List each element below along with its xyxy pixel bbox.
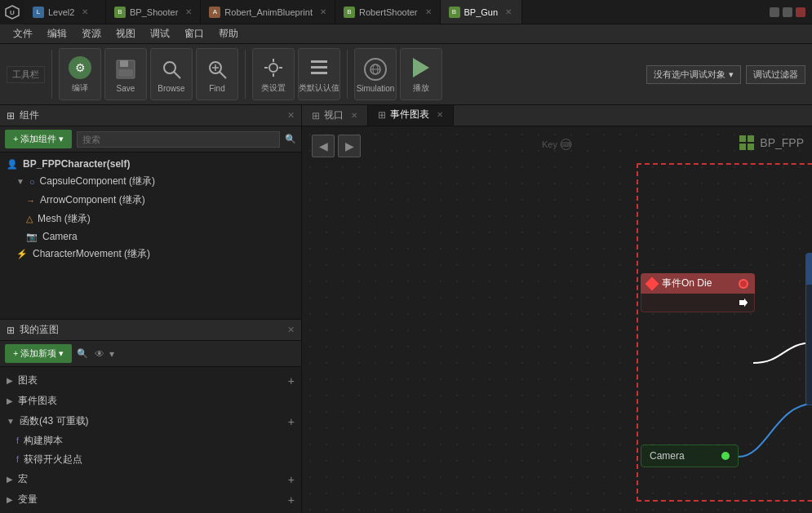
svg-rect-25: [748, 144, 754, 150]
simulation-button[interactable]: Simulation: [354, 48, 397, 100]
component-item-charmovement[interactable]: ⚡ CharacterMovement (继承): [0, 245, 301, 263]
toolbar-sep-0: [51, 50, 52, 99]
class-settings-button[interactable]: 类设置: [252, 48, 295, 100]
svg-rect-16: [311, 60, 327, 63]
svg-rect-24: [739, 144, 746, 150]
menu-view[interactable]: 视图: [109, 25, 142, 42]
variables-expand-icon: ▶: [7, 495, 13, 504]
tab-robert-anim[interactable]: A Robert_AnimBlueprint ✕: [201, 0, 335, 24]
menu-debug[interactable]: 调试: [144, 25, 176, 42]
bp-gun-icon: B: [449, 7, 460, 18]
tab-robertshooter[interactable]: B RobertShooter ✕: [335, 0, 441, 24]
eventgraph-tab-close[interactable]: ✕: [437, 110, 443, 119]
play-button[interactable]: 播放: [400, 48, 442, 100]
debug-select-label: 没有选中调试对象: [654, 69, 725, 81]
bp-view-icon[interactable]: 👁: [95, 348, 104, 360]
add-new-button[interactable]: + 添加新项 ▾: [5, 344, 72, 363]
svg-rect-17: [311, 66, 327, 69]
nav-arrows: ◀ ▶: [312, 135, 361, 157]
component-search-input[interactable]: [77, 131, 280, 148]
graphs-add-button[interactable]: +: [288, 374, 295, 387]
browse-button[interactable]: Browse: [150, 48, 193, 100]
maximize-button[interactable]: [783, 7, 792, 17]
component-item-mesh[interactable]: △ Mesh (继承): [0, 210, 301, 228]
add-component-button[interactable]: + 添加组件 ▾: [5, 130, 72, 148]
component-list: 👤 BP_FPPCharacter(self) ▼ ○ CapsuleCompo…: [0, 153, 301, 319]
tab-level2[interactable]: L Level2 ✕: [24, 0, 106, 24]
variables-add-button[interactable]: +: [288, 493, 295, 506]
tab-level2-close[interactable]: ✕: [82, 7, 88, 16]
component-charmovement-label: CharacterMovement (继承): [33, 247, 150, 261]
bp-canvas[interactable]: ◀ ▶ Key ⌨ BP_FPP: [302, 126, 812, 513]
menu-file[interactable]: 文件: [7, 25, 39, 42]
menu-bar: 文件 编辑 资源 视图 调试 窗口 帮助: [0, 24, 812, 44]
tab-bp-shooter-close[interactable]: ✕: [185, 7, 192, 16]
tab-bp-gun-close[interactable]: ✕: [505, 7, 512, 16]
graphs-label: 图表: [18, 374, 38, 387]
tab-level2-label: Level2: [48, 7, 74, 17]
debug-object-select[interactable]: 没有选中调试对象 ▾: [646, 65, 741, 84]
eventgraphs-label: 事件图表: [18, 394, 57, 408]
key-hint-circle: ⌨: [561, 139, 572, 150]
component-item-bpfppcharacter[interactable]: 👤 BP_FPPCharacter(self): [0, 156, 301, 172]
save-button[interactable]: Save: [104, 48, 147, 100]
menu-help[interactable]: 帮助: [212, 25, 245, 42]
viewport-tab-label: 视口: [324, 108, 344, 122]
tab-event-graph[interactable]: ⊞ 事件图表 ✕: [368, 105, 454, 126]
debug-filter-button[interactable]: 调试过滤器: [746, 65, 805, 84]
blueprints-close-button[interactable]: ✕: [287, 325, 295, 335]
nav-forward-button[interactable]: ▶: [338, 135, 361, 157]
component-search-icon[interactable]: 🔍: [285, 134, 296, 144]
tab-bp-shooter-label: BP_Shooter: [130, 7, 178, 17]
bp-category-functions[interactable]: ▼ 函数(43 可重载) +: [0, 411, 301, 431]
event-on-die-node[interactable]: 事件On Die: [641, 273, 755, 312]
save-label: Save: [117, 84, 135, 93]
component-item-arrow[interactable]: → ArrowComponent (继承): [0, 191, 301, 210]
nav-back-button[interactable]: ◀: [312, 135, 335, 157]
menu-window[interactable]: 窗口: [178, 25, 211, 42]
event-exec-out-pin[interactable]: [739, 299, 748, 307]
bp-category-graphs[interactable]: ▶ 图表 +: [0, 370, 301, 391]
svg-rect-3: [120, 60, 128, 67]
robertshooter-icon: B: [344, 7, 355, 18]
tab-viewport[interactable]: ⊞ 视口 ✕: [302, 105, 368, 126]
svg-rect-22: [739, 135, 746, 142]
tab-robert-anim-close[interactable]: ✕: [320, 7, 326, 16]
bp-search-icon[interactable]: 🔍: [77, 348, 88, 359]
tab-bp-shooter[interactable]: B BP_Shooter ✕: [106, 0, 201, 24]
menu-assets[interactable]: 资源: [75, 25, 108, 42]
tab-robertshooter-close[interactable]: ✕: [425, 7, 432, 16]
bp-shooter-icon: B: [114, 7, 126, 18]
charmovement-icon: ⚡: [16, 249, 28, 259]
bp-category-macros[interactable]: ▶ 宏 +: [0, 469, 301, 489]
self-icon: 👤: [7, 159, 18, 170]
add-local-offset-node[interactable]: f AddLocalOffset 目标是 Scene Component: [805, 253, 812, 405]
class-defaults-button[interactable]: 类默认认值: [298, 48, 340, 100]
functions-add-button[interactable]: +: [288, 415, 295, 428]
camera-node[interactable]: Camera: [641, 444, 739, 467]
component-item-camera[interactable]: 📷 Camera: [0, 228, 301, 245]
bp-item-getfire[interactable]: f 获得开火起点: [0, 450, 301, 469]
bp-category-eventgraphs[interactable]: ▶ 事件图表: [0, 391, 301, 411]
key-hint: Key ⌨: [542, 139, 572, 150]
component-item-capsule[interactable]: ▼ ○ CapsuleComponent (继承): [0, 172, 301, 191]
functions-label: 函数(43 可重载): [20, 414, 89, 428]
mesh-icon: △: [26, 214, 33, 224]
find-button[interactable]: Find: [196, 48, 238, 100]
bp-category-variables[interactable]: ▶ 变量 +: [0, 489, 301, 510]
bp-item-buildscript[interactable]: f 构建脚本: [0, 431, 301, 450]
macros-add-button[interactable]: +: [288, 473, 295, 486]
viewport-tab-close[interactable]: ✕: [351, 111, 357, 120]
menu-edit[interactable]: 编辑: [41, 25, 73, 42]
tab-bp-gun[interactable]: B BP_Gun ✕: [441, 0, 522, 24]
camera-out-pin[interactable]: [721, 452, 730, 460]
right-panel: ⊞ 视口 ✕ ⊞ 事件图表 ✕ ◀ ▶ Key ⌨: [302, 105, 812, 513]
close-button[interactable]: [796, 7, 805, 17]
minimize-button[interactable]: [770, 7, 779, 17]
components-close-button[interactable]: ✕: [287, 110, 295, 121]
bp-list: ▶ 图表 + ▶ 事件图表 ▼ 函数(43 可重载) + f 构建脚本: [0, 367, 301, 513]
window-controls: [763, 7, 812, 17]
svg-point-11: [269, 64, 277, 72]
bp-settings-icon[interactable]: ▾: [109, 348, 114, 360]
compile-button[interactable]: ⚙ 编译: [59, 48, 101, 100]
